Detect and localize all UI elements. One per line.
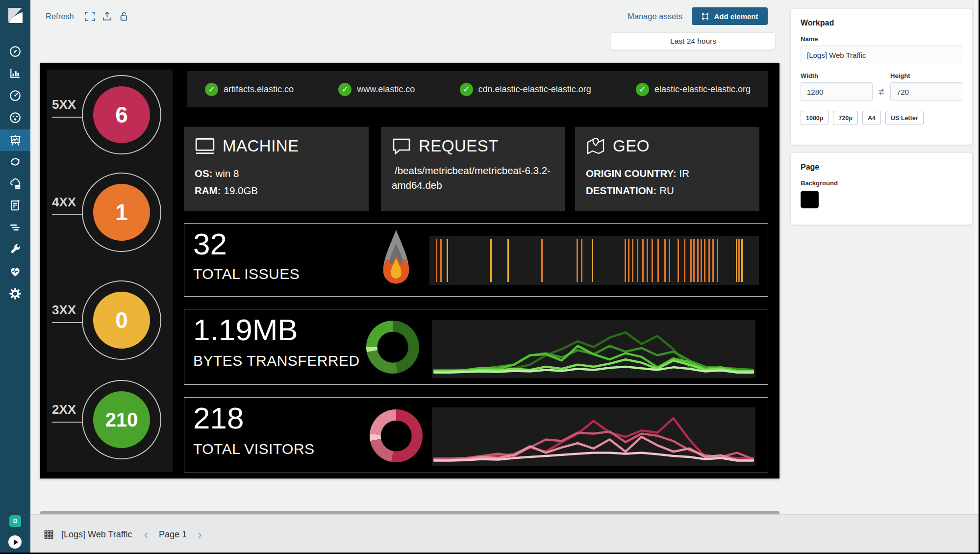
rug-tick — [697, 239, 699, 282]
bytes-line-chart[interactable] — [432, 320, 755, 378]
sidebar-item-uptime[interactable] — [0, 217, 30, 238]
check-icon: ✓ — [460, 83, 473, 96]
compass-icon — [9, 45, 22, 58]
unlock-button[interactable] — [118, 11, 129, 22]
rug-tick — [490, 239, 492, 282]
domain-item: ✓cdn.elastic-elastic-elastic.org — [460, 83, 591, 96]
background-label: Background — [801, 179, 962, 187]
rug-tick — [647, 239, 648, 282]
domain-label: www.elastic.co — [357, 84, 415, 95]
total-visitors-row[interactable]: 218 TOTAL VISITORS — [184, 397, 768, 473]
sidebar-item-machine-learning[interactable] — [0, 107, 30, 128]
total-issues-label: TOTAL ISSUES — [193, 266, 300, 282]
kibana-logo[interactable] — [0, 0, 30, 30]
rug-tick — [690, 239, 692, 282]
visitors-donut-chart[interactable] — [370, 409, 423, 462]
request-card-body: /beats/metricbeat/metricbeat-6.3.2-amd64… — [392, 163, 554, 192]
background-color-swatch[interactable] — [801, 191, 819, 208]
sidebar-item-visualize[interactable] — [0, 62, 30, 84]
canvas-easel-icon — [9, 134, 22, 147]
bytes-transferred-row[interactable]: 1.19MB BYTES TRANSFERRED — [184, 309, 768, 385]
preset-us-letter-button[interactable]: US Letter — [885, 111, 924, 125]
sidebar-item-monitoring[interactable] — [0, 261, 30, 282]
width-label: Width — [801, 72, 873, 79]
machine-card[interactable]: MACHINE OS:win 8 RAM:19.0GB — [184, 127, 369, 211]
footer-bar: [Logs] Web Traffic ‹ Page 1 › — [30, 514, 980, 554]
manage-assets-link[interactable]: Manage assets — [628, 12, 682, 21]
rug-tick — [664, 239, 666, 282]
space-selector[interactable]: D — [9, 515, 21, 527]
rug-tick — [436, 239, 437, 282]
workpad-grid-icon[interactable] — [44, 530, 53, 539]
add-element-button[interactable]: Add element — [692, 7, 768, 25]
sidebar-item-discover[interactable] — [0, 41, 30, 62]
refresh-link[interactable]: Refresh — [46, 12, 74, 21]
visitors-line-chart[interactable] — [432, 407, 755, 466]
rug-tick — [652, 239, 653, 282]
export-button[interactable] — [101, 11, 113, 22]
fullscreen-button[interactable] — [84, 11, 96, 22]
preset-720p-button[interactable]: 720p — [833, 111, 858, 125]
fullscreen-play-button[interactable] — [8, 535, 22, 549]
status-callout-line — [52, 322, 83, 323]
link-arrows-icon — [878, 88, 885, 96]
width-input[interactable] — [801, 82, 873, 101]
gauge-icon — [9, 89, 22, 102]
height-input[interactable] — [890, 82, 962, 101]
donut-hole — [381, 421, 412, 452]
horizontal-scrollbar[interactable] — [40, 511, 779, 514]
staggered-lines-icon — [9, 221, 22, 234]
preset-1080p-button[interactable]: 1080p — [801, 111, 829, 125]
check-icon: ✓ — [338, 83, 352, 96]
domain-label: artifacts.elastic.co — [224, 84, 294, 95]
unlock-icon — [118, 11, 129, 22]
rug-tick — [657, 239, 659, 282]
workpad-name-input[interactable] — [801, 46, 962, 64]
sidebar-item-logs[interactable] — [0, 195, 30, 216]
geo-card[interactable]: GEO ORIGIN COUNTRY:IR DESTINATION:RU — [575, 127, 759, 211]
page-label[interactable]: Page 1 — [159, 529, 187, 540]
rug-tick — [628, 239, 629, 282]
previous-page-button[interactable]: ‹ — [144, 528, 148, 541]
rug-tick — [541, 239, 543, 282]
bar-chart-icon — [9, 67, 22, 79]
geo-card-title: GEO — [586, 137, 749, 155]
bytes-donut-chart[interactable] — [366, 321, 419, 374]
status-circle[interactable]: 6 — [93, 86, 150, 143]
play-icon — [14, 539, 18, 545]
time-filter[interactable]: Last 24 hours — [611, 32, 776, 50]
status-codes-panel[interactable]: 5XX64XX13XX02XX210 — [47, 70, 173, 472]
sidebar-item-dev-tools[interactable] — [0, 239, 30, 260]
sidebar-item-management[interactable] — [0, 283, 30, 304]
ml-face-icon — [9, 111, 22, 124]
status-circle[interactable]: 1 — [93, 184, 150, 241]
rug-tick — [738, 239, 740, 282]
sidebar-item-canvas[interactable] — [0, 129, 30, 151]
workpad-canvas[interactable]: 5XX64XX13XX02XX210 ✓artifacts.elastic.co… — [40, 63, 779, 478]
domain-health-list[interactable]: ✓artifacts.elastic.co ✓www.elastic.co ✓c… — [187, 71, 768, 107]
issues-rug-chart[interactable] — [429, 236, 759, 285]
link-dimensions-button[interactable] — [873, 82, 890, 101]
sidebar-item-dashboard[interactable] — [0, 85, 30, 106]
total-issues-row[interactable]: 32 TOTAL ISSUES — [184, 223, 768, 297]
next-page-button[interactable]: › — [198, 528, 202, 541]
speech-bubble-icon — [392, 137, 411, 155]
preset-a4-button[interactable]: A4 — [862, 111, 881, 125]
status-circle[interactable]: 0 — [93, 292, 150, 349]
workpad-settings-heading: Workpad — [801, 19, 962, 27]
status-circle[interactable]: 210 — [93, 391, 150, 448]
sidebar-item-infrastructure[interactable] — [0, 173, 30, 195]
wrench-icon — [9, 243, 22, 256]
workpad-title[interactable]: [Logs] Web Traffic — [61, 529, 132, 540]
rug-tick — [642, 239, 644, 282]
rug-tick — [625, 239, 626, 282]
visitors-label: TOTAL VISITORS — [193, 441, 315, 457]
domain-item: ✓artifacts.elastic.co — [205, 83, 294, 96]
cloud-servers-icon — [9, 177, 22, 190]
rug-tick — [669, 239, 670, 282]
request-card[interactable]: REQUEST /beats/metricbeat/metricbeat-6.3… — [381, 127, 565, 211]
rug-tick — [684, 239, 685, 282]
sidebar-item-code[interactable] — [0, 151, 30, 173]
gear-icon — [9, 287, 22, 300]
bytes-value: 1.19MB — [193, 313, 298, 347]
